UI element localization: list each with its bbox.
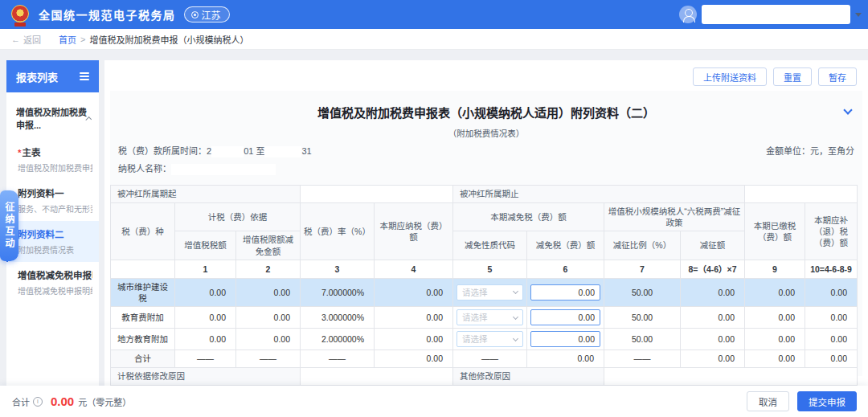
col-rate: 税（费）率（%） [301, 203, 375, 260]
relief-code-select[interactable]: 请选择 [457, 309, 523, 325]
reversal-period-end-value[interactable] [745, 186, 858, 203]
reduction-ratio-cell: 50.00 [604, 329, 681, 350]
payable-cell: 0.00 [375, 307, 453, 329]
sidebar-item-label: 主表 [22, 148, 40, 157]
chevron-down-icon [513, 288, 518, 294]
sidebar-title: 报表列表 [16, 69, 58, 84]
sidebar-item-vat-relief[interactable]: 增值税减免税申报明... 增值税减免税申报明细表 [6, 262, 99, 303]
index-cell: 5 [453, 260, 527, 278]
paid-cell: 0.00 [745, 307, 805, 329]
payable-cell: 0.00 [375, 278, 453, 306]
index-cell: 7 [604, 260, 681, 278]
index-cell: 8=（4-6）×7 [681, 260, 745, 278]
relief-amount-input[interactable] [530, 284, 600, 300]
total-vat-cell: —— [175, 350, 236, 368]
redacted-taxpayer-name [171, 164, 276, 175]
select-placeholder: 请选择 [462, 287, 488, 298]
col-relief-code: 减免性质代码 [453, 231, 527, 260]
due-cell: 0.00 [805, 329, 858, 350]
vat-amount-cell: 0.00 [175, 278, 236, 306]
index-cell: 9 [745, 260, 805, 278]
submit-declaration-button[interactable]: 提交申报 [797, 391, 857, 411]
top-bar: 全国统一规范电子税务局 江苏 [0, 0, 868, 29]
payable-cell: 0.00 [375, 329, 453, 350]
redacted-period-end [264, 146, 301, 157]
col-group-relief: 本期减免税（费）额 [453, 203, 604, 231]
form-toolbar: 上传附送资料 重置 暂存 [693, 67, 857, 86]
user-dropdown-caret-icon[interactable] [855, 13, 862, 17]
sidebar-item-sub: 服务、不动产和无形资产扣... [18, 202, 92, 215]
bottom-action-bar: 合计 i 0.00 元（零元整） 取消 提交申报 [0, 386, 868, 417]
app-root: 全国统一规范电子税务局 江苏 ← 返回 首页 > 增值税及附加税费申报（小规模纳… [0, 0, 868, 417]
select-placeholder: 请选择 [462, 333, 488, 345]
chevron-down-icon [513, 313, 518, 319]
col-vat-amount: 增值税税额 [175, 231, 236, 260]
col-reduction-amount: 减征额 [681, 231, 745, 260]
sidebar-collapse-icon[interactable] [80, 72, 89, 80]
relief-code-select[interactable]: 请选择 [457, 284, 523, 300]
main-panel: 上传附送资料 重置 暂存 增值税及附加税费申报表（小规模纳税人适用）附列资料（二… [104, 60, 868, 386]
col-relief-amount: 减免税（费）额 [527, 231, 604, 260]
reduction-amount-cell: 0.00 [681, 307, 745, 329]
total-rate-cell: —— [301, 350, 375, 368]
paid-cell: 0.00 [745, 278, 805, 306]
paid-cell: 0.00 [745, 329, 805, 350]
reduction-ratio-cell: 50.00 [604, 278, 681, 306]
modify-reason-row: 计税依据修改原因 其他修改原因 [111, 368, 858, 386]
sidebar-header: 报表列表 [6, 60, 99, 92]
relief-amount-input[interactable] [530, 331, 600, 347]
reduction-ratio-cell: 50.00 [604, 307, 681, 329]
region-badge[interactable]: 江苏 [184, 6, 230, 22]
sidebar-item-appendix-1[interactable]: 附列资料一 服务、不动产和无形资产扣... [6, 180, 99, 221]
user-select[interactable] [702, 5, 850, 24]
grand-total-value: 0.00 [51, 395, 74, 408]
location-pin-icon [191, 11, 199, 18]
col-reduction-ratio: 减征比例（%） [604, 231, 681, 260]
breadcrumb: ← 返回 首页 > 增值税及附加税费申报（小规模纳税人） [0, 29, 868, 50]
info-icon[interactable]: i [33, 397, 43, 407]
reset-button[interactable]: 重置 [773, 67, 812, 86]
sidebar-item-sub: 附加税费情况表 [18, 243, 92, 256]
breadcrumb-home-link[interactable]: 首页 [59, 33, 76, 46]
back-button[interactable]: ← 返回 [11, 33, 41, 46]
col-due: 本期应补（退）税（费）额 [805, 203, 858, 260]
index-cell: 6 [527, 260, 604, 278]
vat-amount-cell: 0.00 [175, 307, 236, 329]
total-payable-cell: 0.00 [375, 350, 453, 368]
sidebar-item-label: 增值税减免税申报明... [18, 268, 92, 281]
relief-code-select[interactable]: 请选择 [457, 331, 523, 347]
region-label: 江苏 [202, 8, 221, 22]
float-tab-label: 征纳互动 [2, 202, 16, 250]
col-group-tax-base: 计税（费）依据 [175, 203, 301, 231]
upload-attachment-button[interactable]: 上传附送资料 [693, 67, 767, 86]
sidebar-group-vat-declaration[interactable]: 增值税及附加税费申报... [6, 92, 99, 139]
tax-interaction-float-tab[interactable]: 征纳互动 [0, 190, 18, 261]
sidebar-item-appendix-2[interactable]: 附列资料二 附加税费情况表 [6, 221, 99, 262]
required-mark: * [18, 148, 21, 157]
cancel-button[interactable]: 取消 [747, 391, 789, 411]
temp-save-button[interactable]: 暂存 [818, 67, 857, 86]
back-label: 返回 [23, 33, 41, 46]
reversal-period-start-value[interactable] [301, 186, 453, 203]
total-ratio-cell: —— [604, 350, 681, 368]
total-relief-code-cell: —— [453, 350, 527, 368]
vat-limit-relief-cell: 0.00 [236, 278, 301, 306]
sidebar-item-main-form[interactable]: *主表 增值税及附加税费申报表 [6, 139, 99, 180]
sidebar-group-label: 增值税及附加税费申报... [16, 105, 87, 131]
col-tax-type: 税（费）种 [111, 203, 175, 260]
index-cell: 4 [375, 260, 453, 278]
due-cell: 0.00 [805, 278, 858, 306]
surcharge-table: 被冲红所属期起 被冲红所属期止 税（费）种 计税（费）依据 税（费）率（%） 本… [110, 185, 858, 386]
breadcrumb-separator: > [80, 35, 85, 44]
user-avatar-icon[interactable] [679, 6, 697, 23]
sidebar-item-label: 附列资料一 [18, 186, 92, 199]
col-group-policy: 增值税小规模纳税人“六税两费”减征政策 [604, 203, 745, 231]
other-modify-reason-value[interactable] [604, 368, 858, 386]
sidebar-item-sub: 增值税减免税申报明细表 [18, 284, 92, 296]
tax-base-modify-reason-value[interactable] [301, 368, 453, 386]
tax-period-field: 税（费）款所属时间：201 至31 [118, 144, 312, 157]
index-cell: 2 [236, 260, 301, 278]
relief-amount-input[interactable] [530, 309, 600, 325]
index-cell [111, 260, 175, 278]
amount-unit-note: 金额单位：元，至角分 [766, 144, 854, 157]
